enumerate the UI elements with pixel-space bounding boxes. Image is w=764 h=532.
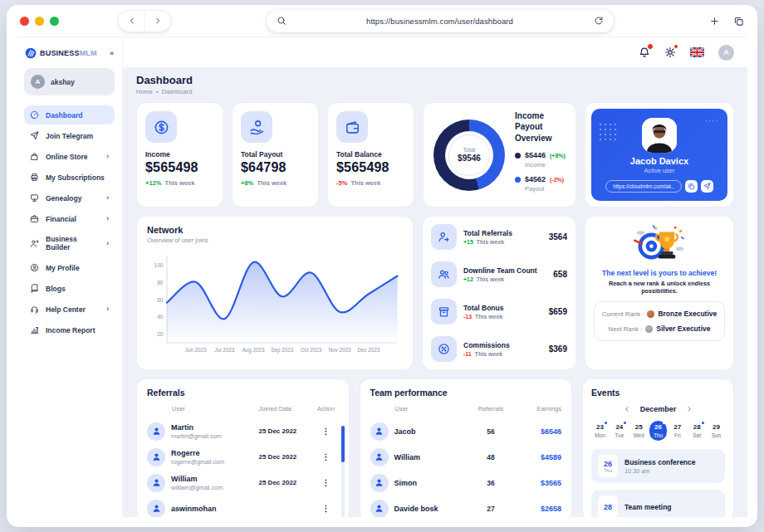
sidebar-item-income-report[interactable]: Income Report — [24, 320, 115, 339]
person-icon — [375, 452, 384, 461]
calendar-day-strip: 23 Mon 24 Tue 25 Wed 26 Thu 27 Fri 28 Sa… — [591, 421, 725, 441]
table-row[interactable]: Simon 36 $3565 — [370, 470, 562, 495]
table-row[interactable]: Jacob 56 $6546 — [370, 418, 562, 444]
earnings-value: $2658 — [517, 505, 561, 513]
earnings-value: $3565 — [517, 479, 561, 487]
back-icon — [128, 17, 136, 25]
new-tab-icon[interactable] — [709, 16, 720, 27]
network-chart-card: Network Overview of user joins — [136, 216, 414, 370]
trophy-illustration — [632, 225, 687, 266]
url-text[interactable]: https://businessmlm.com/user/dashboard — [293, 17, 587, 26]
share-telegram-button[interactable] — [701, 180, 713, 193]
sidebar-user-chip[interactable]: A akshay — [24, 68, 115, 95]
sidebar-item-my-profile[interactable]: My Profile — [24, 258, 115, 277]
stat-title: Total Referrals — [463, 229, 542, 237]
scrollbar-thumb[interactable] — [341, 426, 345, 462]
calendar-day-28[interactable]: 28 Sat — [688, 421, 706, 441]
address-bar[interactable]: https://businessmlm.com/user/dashboard — [267, 10, 614, 32]
sidebar-item-genealogy[interactable]: Genealogy › — [24, 188, 115, 207]
table-row[interactable]: William william@gmail.com 25 Dec 2022 ⋮ — [147, 470, 339, 495]
day-number: 27 — [673, 423, 681, 431]
rank-label: Next Rank : — [609, 325, 643, 333]
table-row[interactable]: Martin martin@gmail.com 25 Dec 2022 ⋮ — [147, 418, 339, 444]
minimize-window-button[interactable] — [35, 17, 44, 26]
calendar-day-29[interactable]: 29 Sun — [708, 421, 725, 441]
table-row[interactable]: aswinmohan ⋮ — [147, 495, 339, 517]
row-actions-button[interactable]: ⋮ — [314, 478, 339, 487]
search-icon — [277, 16, 286, 26]
financial-icon — [30, 214, 39, 223]
stat-tile — [431, 224, 457, 250]
referrals-count: 36 — [465, 479, 517, 487]
calendar-day-24[interactable]: 24 Tue — [610, 421, 628, 441]
chevron-right-icon: › — [106, 194, 109, 202]
table-row[interactable]: Davide bosk 27 $2658 — [370, 495, 562, 517]
calendar-day-25[interactable]: 25 Wed — [630, 421, 648, 441]
sidebar-user-avatar: A — [31, 75, 45, 89]
logo[interactable]: BUSINESSMLM « — [24, 46, 115, 68]
stat-title: Downline Team Count — [463, 266, 546, 275]
gift-icon — [438, 305, 450, 318]
day-number: 25 — [635, 423, 643, 431]
windows-icon[interactable] — [733, 16, 744, 27]
stat-label: Total Payout — [241, 150, 310, 159]
maximize-window-button[interactable] — [50, 17, 59, 26]
referral-link[interactable]: https://cloudmlm.com/ak.. — [605, 180, 682, 193]
settings-button[interactable] — [664, 46, 676, 58]
sidebar-item-join-telegram[interactable]: Join Telegram — [24, 126, 115, 145]
back-button[interactable] — [119, 11, 144, 32]
calendar-day-23[interactable]: 23 Mon — [591, 421, 609, 441]
sidebar-item-blogs[interactable]: Blogs — [24, 279, 115, 298]
user-avatar — [147, 474, 165, 492]
user-avatar[interactable]: A — [718, 45, 734, 61]
copy-link-button[interactable] — [685, 180, 698, 193]
previous-month-button[interactable] — [624, 406, 630, 412]
calendar-day-27[interactable]: 27 Fri — [668, 421, 686, 441]
referrals-scrollbar[interactable] — [341, 426, 345, 517]
day-name: Thu — [654, 432, 663, 438]
user-avatar — [370, 474, 389, 492]
svg-text:60: 60 — [157, 297, 164, 303]
sidebar-item-online-store[interactable]: Online Store › — [24, 147, 115, 166]
sidebar-item-help-center[interactable]: Help Center › — [24, 300, 115, 319]
row-actions-button[interactable]: ⋮ — [314, 504, 339, 513]
donut-total-label: Total — [463, 147, 476, 153]
next-month-button[interactable] — [686, 406, 693, 412]
close-window-button[interactable] — [20, 17, 29, 26]
event-item[interactable]: 26 Thu Business conference 10:30 am — [591, 449, 725, 483]
referral-stat-total-referrals: Total Referrals +15 This week 3564 — [431, 224, 567, 250]
sidebar-collapse-icon[interactable]: « — [110, 49, 114, 57]
sidebar-item-financial[interactable]: Financial › — [24, 209, 115, 228]
sidebar-item-label: My Subscriptions — [46, 173, 105, 182]
table-row[interactable]: Rogerre rogerre@gmail.com 25 Dec 2022 ⋮ — [147, 444, 339, 470]
joined-date: 25 Dec 2022 — [259, 453, 314, 461]
table-row[interactable]: William 48 $4589 — [370, 444, 562, 470]
forward-icon — [154, 17, 162, 25]
sidebar-item-my-subscriptions[interactable]: My Subscriptions — [24, 168, 115, 187]
profile-photo — [642, 118, 677, 153]
language-flag-icon[interactable] — [690, 47, 704, 57]
stat-value: $565498 — [336, 160, 405, 175]
referral-stat-commissions: Commissions -11 This week $369 — [431, 336, 567, 362]
row-actions-button[interactable]: ⋮ — [314, 427, 339, 436]
reload-icon[interactable] — [594, 16, 604, 26]
sidebar-item-business-builder[interactable]: Business Builder › — [24, 230, 115, 256]
rank-medal-icon — [645, 325, 653, 333]
sidebar-item-label: Help Center — [46, 305, 86, 314]
user-avatar — [370, 448, 389, 466]
col-earnings: Earnings — [517, 405, 561, 412]
user-arrow-icon — [438, 231, 450, 243]
calendar-day-26[interactable]: 26 Thu — [649, 421, 667, 441]
breadcrumb-home[interactable]: Home — [136, 88, 153, 95]
forward-button[interactable] — [144, 11, 170, 32]
event-dot — [605, 422, 607, 424]
notifications-button[interactable] — [639, 46, 650, 58]
person-icon — [375, 427, 384, 436]
stat-title: Total Bonus — [463, 304, 542, 312]
event-item[interactable]: 28 Team meeting — [591, 490, 725, 517]
sidebar-item-dashboard[interactable]: Dashboard — [24, 105, 115, 124]
person-icon — [375, 478, 384, 487]
svg-text:20: 20 — [157, 331, 164, 337]
sidebar-item-label: Business Builder — [46, 235, 100, 251]
row-actions-button[interactable]: ⋮ — [314, 452, 339, 461]
